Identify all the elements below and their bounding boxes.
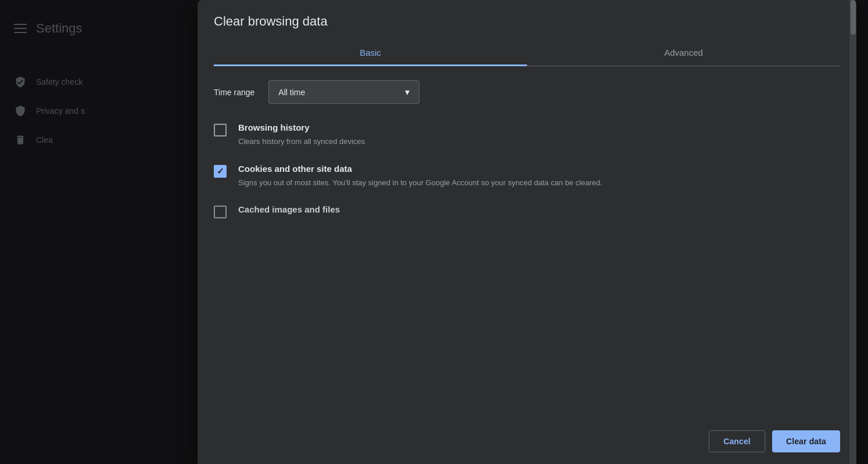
cached-checkbox-wrap	[214, 206, 227, 218]
time-range-value: All time	[278, 88, 305, 97]
cookies-checkbox[interactable]	[214, 165, 227, 178]
cached-text: Cached images and files	[238, 204, 840, 218]
dialog-tabs: Basic Advanced	[214, 41, 840, 66]
dialog-content[interactable]: Time range All time ▾ Browsing history C…	[198, 66, 856, 419]
dialog-footer: Cancel Clear data	[198, 419, 856, 464]
content-fade	[214, 235, 840, 258]
cookies-title: Cookies and other site data	[238, 164, 840, 174]
cookies-item: Cookies and other site data Signs you ou…	[214, 164, 840, 189]
cancel-button[interactable]: Cancel	[709, 430, 765, 452]
dialog-title: Clear browsing data	[214, 14, 840, 29]
cached-images-item: Cached images and files	[214, 204, 840, 218]
cookies-desc: Signs you out of most sites. You'll stay…	[238, 177, 840, 189]
browsing-history-title: Browsing history	[238, 123, 840, 132]
browsing-history-checkbox[interactable]	[214, 124, 227, 136]
clear-data-button[interactable]: Clear data	[772, 430, 840, 452]
dialog-scrollbar[interactable]	[849, 0, 856, 464]
time-range-label: Time range	[214, 88, 254, 97]
time-range-select[interactable]: All time ▾	[268, 80, 419, 104]
browsing-history-checkbox-wrap	[214, 124, 227, 136]
tab-basic[interactable]: Basic	[214, 41, 527, 66]
browsing-history-desc: Clears history from all synced devices	[238, 136, 840, 148]
cookies-checkbox-wrap	[214, 165, 227, 178]
cached-checkbox[interactable]	[214, 206, 227, 218]
dialog-header: Clear browsing data Basic Advanced	[198, 0, 856, 66]
dropdown-arrow-icon: ▾	[405, 87, 410, 98]
scrollbar-thumb	[851, 0, 856, 35]
cached-title: Cached images and files	[238, 204, 840, 214]
browsing-history-text: Browsing history Clears history from all…	[238, 123, 840, 148]
clear-browsing-dialog: Clear browsing data Basic Advanced Time …	[198, 0, 856, 464]
time-range-row: Time range All time ▾	[214, 80, 840, 104]
cookies-text: Cookies and other site data Signs you ou…	[238, 164, 840, 189]
tab-advanced[interactable]: Advanced	[527, 41, 840, 66]
browsing-history-item: Browsing history Clears history from all…	[214, 123, 840, 148]
